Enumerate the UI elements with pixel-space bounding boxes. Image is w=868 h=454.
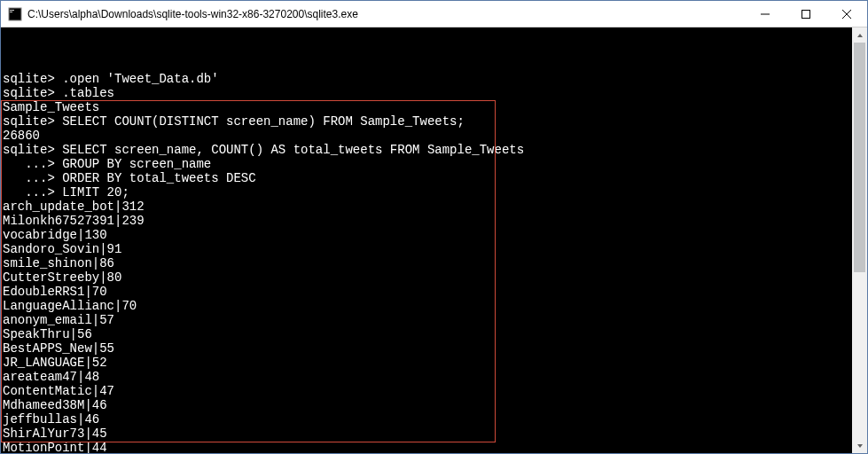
terminal-line: Milonkh67527391|239 <box>3 214 852 228</box>
close-button[interactable] <box>826 1 867 27</box>
app-icon <box>8 7 22 21</box>
terminal-line: sqlite> SELECT COUNT(DISTINCT screen_nam… <box>3 114 852 129</box>
svg-rect-4 <box>802 10 810 18</box>
svg-marker-8 <box>857 444 863 448</box>
window-title: C:\Users\alpha\Downloads\sqlite-tools-wi… <box>27 8 745 20</box>
window-frame: C:\Users\alpha\Downloads\sqlite-tools-wi… <box>0 0 868 454</box>
terminal-line: Sandoro_Sovin|91 <box>3 242 852 256</box>
scroll-track[interactable] <box>852 43 867 438</box>
maximize-button[interactable] <box>786 1 826 27</box>
svg-marker-7 <box>857 34 863 37</box>
terminal-line: areateam47|48 <box>3 370 852 384</box>
terminal-line: anonym_email|57 <box>3 313 852 327</box>
terminal-line: 26860 <box>3 129 852 143</box>
terminal-line: ContentMatic|47 <box>3 384 852 398</box>
terminal-line: EdoubleRRS1|70 <box>3 285 852 299</box>
terminal-line: Sample_Tweets <box>3 100 852 114</box>
terminal-line: ...> LIMIT 20; <box>3 185 852 200</box>
terminal-line: ...> ORDER BY total_tweets DESC <box>3 171 852 185</box>
svg-rect-2 <box>10 12 12 12</box>
titlebar[interactable]: C:\Users\alpha\Downloads\sqlite-tools-wi… <box>1 1 867 27</box>
terminal[interactable]: sqlite> .open 'Tweet_Data.db'sqlite> .ta… <box>1 27 852 453</box>
terminal-line: vocabridge|130 <box>3 228 852 242</box>
terminal-line: ...> GROUP BY screen_name <box>3 157 852 171</box>
window-controls <box>745 1 867 27</box>
terminal-line: Mdhameed38M|46 <box>3 398 852 412</box>
terminal-line: LanguageAllianc|70 <box>3 299 852 313</box>
scroll-up-button[interactable] <box>852 27 867 43</box>
terminal-line: smile_shinon|86 <box>3 256 852 270</box>
terminal-line: SpeakThru|56 <box>3 327 852 341</box>
svg-rect-1 <box>10 10 14 11</box>
terminal-line: arch_update_bot|312 <box>3 200 852 214</box>
terminal-line: MotionPoint|44 <box>3 441 852 453</box>
terminal-line: sqlite> .tables <box>3 86 852 100</box>
terminal-line: jeffbullas|46 <box>3 412 852 427</box>
vertical-scrollbar[interactable] <box>852 27 867 453</box>
terminal-line: ShirAlYur73|45 <box>3 427 852 441</box>
terminal-line: JR_LANGUAGE|52 <box>3 356 852 370</box>
scroll-thumb[interactable] <box>854 43 865 272</box>
terminal-area: sqlite> .open 'Tweet_Data.db'sqlite> .ta… <box>1 27 867 453</box>
scroll-down-button[interactable] <box>852 438 867 453</box>
terminal-line: sqlite> .open 'Tweet_Data.db' <box>3 72 852 86</box>
terminal-line: sqlite> SELECT screen_name, COUNT() AS t… <box>3 143 852 157</box>
minimize-button[interactable] <box>745 1 786 27</box>
terminal-line: BestAPPS_New|55 <box>3 341 852 356</box>
terminal-line: CutterStreeby|80 <box>3 270 852 285</box>
